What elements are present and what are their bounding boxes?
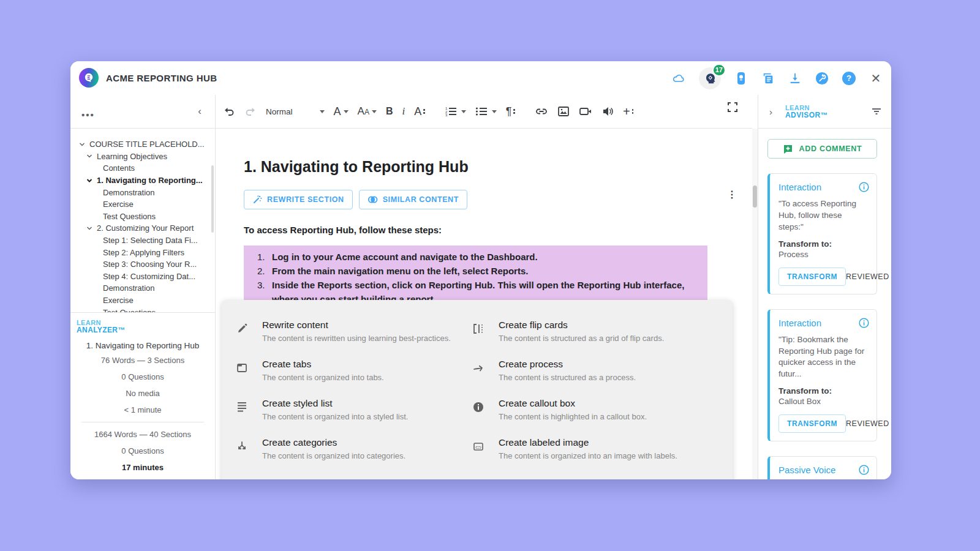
info-icon[interactable] bbox=[859, 318, 869, 328]
analyzer-course-time: 17 minutes bbox=[70, 463, 215, 472]
app-window: ACME REPORTING HUB 17 ? ✕ bbox=[70, 61, 891, 479]
paragraph-options-icon[interactable]: ¶ bbox=[506, 105, 515, 118]
outline-item-demonstration-2[interactable]: Demonstration bbox=[70, 282, 215, 294]
analyzer-section-words: 76 Words — 3 Sections bbox=[70, 356, 215, 365]
outline-item-exercise-1[interactable]: Exercise bbox=[70, 198, 215, 211]
analyzer-course-questions: 0 Questions bbox=[70, 446, 215, 455]
magic-wand-icon bbox=[252, 195, 262, 204]
rewrite-section-button[interactable]: REWRITE SECTION bbox=[244, 190, 353, 209]
outline-item-step4[interactable]: Step 4: Customizing Dat... bbox=[70, 271, 215, 283]
outline-item-step1[interactable]: Step 1: Selecting Data Fi... bbox=[70, 234, 215, 247]
info-icon[interactable] bbox=[859, 465, 869, 475]
undo-icon[interactable] bbox=[223, 105, 235, 118]
outline-item-test-questions-1[interactable]: Test Questions bbox=[70, 211, 215, 223]
filter-icon[interactable] bbox=[872, 107, 881, 118]
tips-icon[interactable] bbox=[734, 72, 748, 85]
outline-item-learning-objectives[interactable]: Learning Objectives bbox=[70, 151, 215, 163]
outline-item-demonstration-1[interactable]: Demonstration bbox=[70, 186, 215, 198]
outline-item-step2[interactable]: Step 2: Applying Filters bbox=[70, 246, 215, 258]
pencil-icon bbox=[235, 322, 249, 335]
chevron-down-icon bbox=[320, 110, 325, 113]
editor-canvas: 1. Navigating to Reporting Hub REWRITE S… bbox=[216, 129, 752, 479]
menu-item-create-labeled-image[interactable]: Create labeled imageThe content is organ… bbox=[472, 433, 708, 464]
sidebar-header: ••• ‹ bbox=[70, 95, 215, 129]
analyzer-section-time: < 1 minute bbox=[70, 405, 215, 414]
menu-item-create-categories[interactable]: Create categoriesThe content is organize… bbox=[235, 433, 472, 464]
analyzer-section-title: 1. Navigating to Reporting Hub bbox=[70, 341, 215, 350]
app-logo-icon bbox=[79, 68, 99, 88]
font-color-icon[interactable]: A bbox=[334, 105, 349, 118]
fullscreen-icon[interactable] bbox=[727, 102, 738, 113]
insert-video-icon[interactable] bbox=[579, 105, 592, 118]
analyzer-section-questions: 0 Questions bbox=[70, 372, 215, 381]
editor-scrollbar-thumb[interactable] bbox=[753, 186, 757, 208]
learn-advisor-panel: › LEARN ADVISOR™ ADD COMMENT Interaction… bbox=[758, 95, 891, 479]
close-icon[interactable]: ✕ bbox=[869, 72, 883, 85]
learn-advisor-brand: LEARN ADVISOR™ bbox=[785, 104, 828, 119]
status-badge: REVIEWED bbox=[846, 419, 889, 428]
menu-item-create-tabs[interactable]: Create tabsThe content is organized into… bbox=[235, 355, 472, 386]
outline-item-exercise-2[interactable]: Exercise bbox=[70, 294, 215, 307]
menu-item-create-callout-box[interactable]: Create callout boxThe content is highlig… bbox=[472, 394, 708, 425]
editor-kebab-menu-icon[interactable]: ⋮ bbox=[727, 189, 737, 200]
intro-text: To access Reporting Hub, follow these st… bbox=[244, 225, 728, 235]
analyzer-divider bbox=[81, 422, 204, 422]
ai-assistant-icon[interactable]: 17 bbox=[699, 67, 721, 89]
transform-button[interactable]: TRANSFORM bbox=[778, 268, 846, 286]
page-title: ACME REPORTING HUB bbox=[106, 73, 217, 83]
bold-icon[interactable]: B bbox=[386, 106, 393, 117]
info-icon[interactable] bbox=[859, 182, 869, 192]
sidebar-menu-icon[interactable]: ••• bbox=[81, 110, 95, 120]
outline-item-step3[interactable]: Step 3: Choosing Your R... bbox=[70, 258, 215, 271]
callout-info-icon bbox=[472, 400, 485, 414]
add-comment-button[interactable]: ADD COMMENT bbox=[767, 139, 877, 159]
outline-item-course-title[interactable]: COURSE TITLE PLACEHOLD... bbox=[70, 138, 215, 151]
pages-icon[interactable] bbox=[761, 72, 775, 85]
outline-item-navigating[interactable]: 1. Navigating to Reporting... bbox=[70, 174, 215, 187]
menu-item-create-process[interactable]: Create processThe content is structured … bbox=[472, 355, 708, 386]
help-icon[interactable]: ? bbox=[842, 72, 856, 85]
download-icon[interactable] bbox=[788, 72, 802, 85]
insert-link-icon[interactable] bbox=[535, 105, 548, 118]
process-arrow-icon bbox=[472, 361, 485, 375]
numbered-list-icon[interactable]: 123 bbox=[445, 105, 466, 118]
insert-audio-icon[interactable] bbox=[601, 105, 614, 118]
learn-analyzer-panel: LEARN ANALYZER™ 1. Navigating to Reporti… bbox=[70, 312, 215, 479]
font-size-icon[interactable]: AA bbox=[358, 105, 377, 118]
panel-collapse-icon[interactable]: › bbox=[769, 107, 772, 117]
redo-icon[interactable] bbox=[244, 105, 257, 118]
outline-item-contents[interactable]: Contents bbox=[70, 162, 215, 174]
outline-item-customizing[interactable]: 2. Customizing Your Report bbox=[70, 222, 215, 234]
insert-more-icon[interactable]: + bbox=[623, 105, 633, 119]
advisor-card-interaction-1: Interaction "To access Reporting Hub, fo… bbox=[767, 173, 877, 294]
menu-item-create-flip-cards[interactable]: Create flip cardsThe content is structur… bbox=[472, 316, 708, 347]
sidebar-collapse-icon[interactable]: ‹ bbox=[198, 105, 202, 118]
tabs-icon bbox=[235, 361, 249, 375]
menu-item-rewrite-content[interactable]: Rewrite contentThe content is rewritten … bbox=[235, 316, 472, 347]
transform-button[interactable]: TRANSFORM bbox=[778, 414, 846, 433]
comment-plus-icon bbox=[783, 144, 793, 154]
italic-icon[interactable]: i bbox=[402, 105, 405, 118]
cloud-icon[interactable] bbox=[672, 72, 685, 85]
paragraph-style-select[interactable]: Normal bbox=[266, 107, 325, 116]
step-item: 2.From the main navigation menu on the l… bbox=[257, 264, 701, 278]
tools-icon[interactable] bbox=[815, 72, 829, 85]
bullet-list-icon[interactable] bbox=[475, 105, 497, 118]
outline-scrollbar[interactable] bbox=[211, 165, 214, 233]
categories-icon bbox=[235, 440, 249, 453]
compare-circles-icon bbox=[368, 195, 378, 204]
status-badge: REVIEWED bbox=[846, 272, 889, 281]
styled-list-icon bbox=[235, 400, 249, 414]
outline-item-test-questions-2[interactable]: Test Questions bbox=[70, 306, 215, 312]
sidebar: ••• ‹ COURSE TITLE PLACEHOLD... Learning… bbox=[70, 95, 216, 479]
insert-image-icon[interactable] bbox=[557, 105, 570, 118]
advisor-header: › LEARN ADVISOR™ bbox=[758, 95, 891, 129]
course-outline: COURSE TITLE PLACEHOLD... Learning Objec… bbox=[70, 129, 215, 312]
svg-text:3: 3 bbox=[445, 113, 448, 117]
labeled-image-icon bbox=[472, 440, 485, 453]
text-options-icon[interactable]: A bbox=[414, 105, 425, 118]
section-heading: 1. Navigating to Reporting Hub bbox=[244, 158, 728, 176]
similar-content-button[interactable]: SIMILAR CONTENT bbox=[359, 190, 467, 209]
menu-item-create-styled-list[interactable]: Create styled listThe content is organiz… bbox=[235, 394, 472, 425]
editor-scrollbar-track[interactable] bbox=[752, 129, 758, 479]
